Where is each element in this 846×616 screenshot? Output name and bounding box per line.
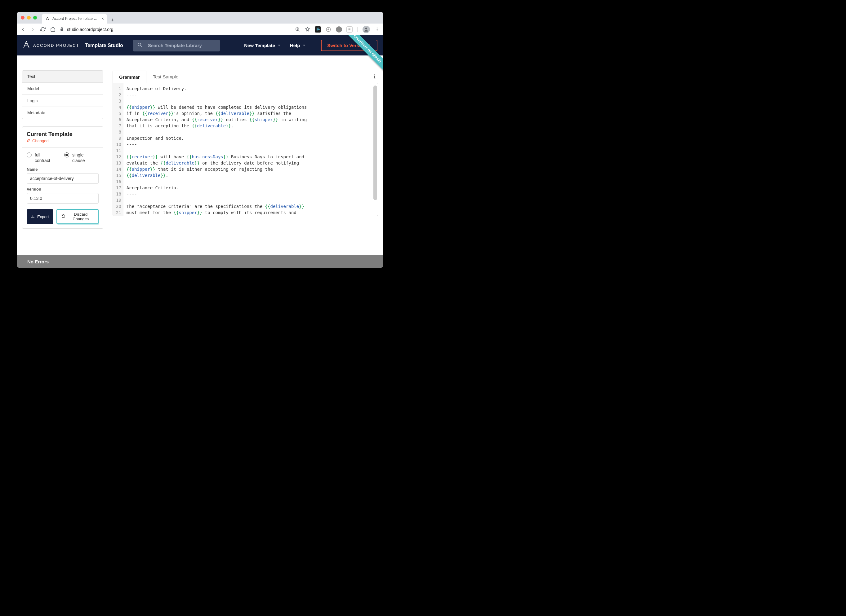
name-label: Name bbox=[26, 167, 99, 172]
sidebar-tabs: Text Model Logic Metadata bbox=[22, 70, 103, 119]
status-text: No Errors bbox=[27, 259, 49, 264]
current-template-panel: Current Template Changed full contract s… bbox=[22, 126, 103, 229]
svg-point-8 bbox=[377, 29, 378, 30]
window-minimize-icon[interactable] bbox=[27, 16, 31, 19]
caret-down-icon: ▼ bbox=[278, 44, 281, 47]
code-editor[interactable]: 123456789101112131415161718192021 Accept… bbox=[113, 83, 378, 216]
radio-full-contract[interactable]: full contract bbox=[26, 152, 52, 163]
lock-icon bbox=[60, 27, 64, 32]
scrollbar[interactable] bbox=[374, 85, 377, 200]
extension-icon[interactable] bbox=[325, 26, 331, 32]
version-input[interactable] bbox=[26, 193, 99, 204]
extension-icon-2[interactable] bbox=[336, 26, 342, 32]
sidebar-tab-model[interactable]: Model bbox=[22, 83, 103, 95]
reload-icon[interactable] bbox=[40, 26, 46, 32]
svg-point-9 bbox=[377, 30, 378, 31]
menu-icon[interactable] bbox=[374, 26, 380, 32]
panel-title: Current Template bbox=[26, 131, 99, 138]
undo-icon bbox=[62, 214, 65, 219]
brand-logo[interactable]: ACCORD PROJECT bbox=[23, 41, 79, 50]
forward-icon[interactable] bbox=[30, 26, 36, 32]
search-icon bbox=[137, 43, 142, 48]
home-icon[interactable] bbox=[50, 26, 56, 32]
sidebar-tab-logic[interactable]: Logic bbox=[22, 95, 103, 107]
bookmark-icon[interactable] bbox=[305, 26, 310, 32]
sidebar-tab-text[interactable]: Text bbox=[22, 70, 103, 83]
app-header: ACCORD PROJECT Template Studio New Templ… bbox=[17, 35, 383, 56]
url-text: studio.accordproject.org bbox=[67, 27, 113, 32]
editor-tab-grammar[interactable]: Grammar bbox=[113, 70, 146, 83]
download-icon bbox=[31, 214, 35, 219]
export-button[interactable]: Export bbox=[26, 209, 53, 224]
radio-checked-icon bbox=[64, 153, 69, 157]
discard-button[interactable]: Discard Changes bbox=[56, 209, 99, 224]
app-title: Template Studio bbox=[85, 43, 123, 48]
sidebar-tab-metadata[interactable]: Metadata bbox=[22, 107, 103, 119]
svg-point-10 bbox=[138, 43, 141, 46]
profile-avatar-icon[interactable] bbox=[362, 26, 370, 33]
tab-close-icon[interactable]: × bbox=[102, 16, 104, 21]
search-box[interactable] bbox=[133, 40, 220, 51]
version-label: Version bbox=[26, 187, 99, 192]
radio-icon bbox=[26, 153, 32, 157]
brand-text: ACCORD PROJECT bbox=[33, 43, 79, 48]
svg-point-1 bbox=[318, 29, 318, 29]
tab-title: Accord Project Template Studi bbox=[52, 16, 99, 21]
new-template-menu[interactable]: New Template ▼ bbox=[244, 43, 281, 48]
browser-toolbar: studio.accordproject.org ▦ | bbox=[17, 23, 383, 35]
help-menu[interactable]: Help ▼ bbox=[290, 43, 306, 48]
info-icon[interactable]: i bbox=[374, 73, 378, 80]
zoom-icon[interactable] bbox=[295, 26, 300, 32]
edit-icon bbox=[26, 138, 31, 143]
changed-badge: Changed bbox=[26, 138, 99, 143]
extension-icon-3[interactable]: ▦ bbox=[346, 26, 353, 32]
search-input[interactable] bbox=[148, 43, 216, 48]
address-bar[interactable]: studio.accordproject.org bbox=[60, 27, 291, 32]
svg-point-7 bbox=[377, 28, 378, 28]
line-gutter: 123456789101112131415161718192021 bbox=[113, 83, 124, 216]
radio-single-clause[interactable]: single clause bbox=[64, 152, 88, 163]
status-bar: No Errors bbox=[17, 255, 383, 268]
code-content[interactable]: Acceptance of Delivery.---- {{shipper}} … bbox=[124, 83, 378, 216]
accord-logo-icon bbox=[23, 41, 30, 50]
name-input[interactable] bbox=[26, 173, 99, 184]
back-icon[interactable] bbox=[20, 26, 26, 32]
window-close-icon[interactable] bbox=[21, 16, 25, 19]
svg-point-6 bbox=[365, 28, 367, 29]
window-maximize-icon[interactable] bbox=[33, 16, 37, 19]
editor-tab-test-sample[interactable]: Test Sample bbox=[146, 70, 185, 83]
editor-tab-bar: Grammar Test Sample i bbox=[113, 70, 378, 83]
caret-down-icon: ▼ bbox=[302, 44, 306, 47]
new-tab-button[interactable]: + bbox=[111, 17, 114, 23]
browser-tab[interactable]: Accord Project Template Studi × bbox=[42, 14, 107, 23]
browser-tab-strip: Accord Project Template Studi × + bbox=[17, 12, 383, 23]
react-devtools-icon[interactable] bbox=[315, 26, 321, 32]
accord-favicon-icon bbox=[45, 16, 50, 21]
